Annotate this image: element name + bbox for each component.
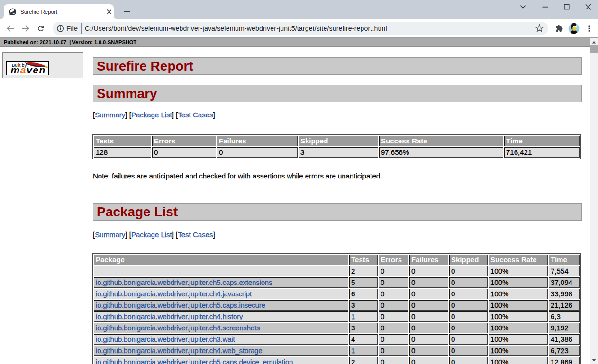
- svg-text:maven: maven: [11, 64, 46, 75]
